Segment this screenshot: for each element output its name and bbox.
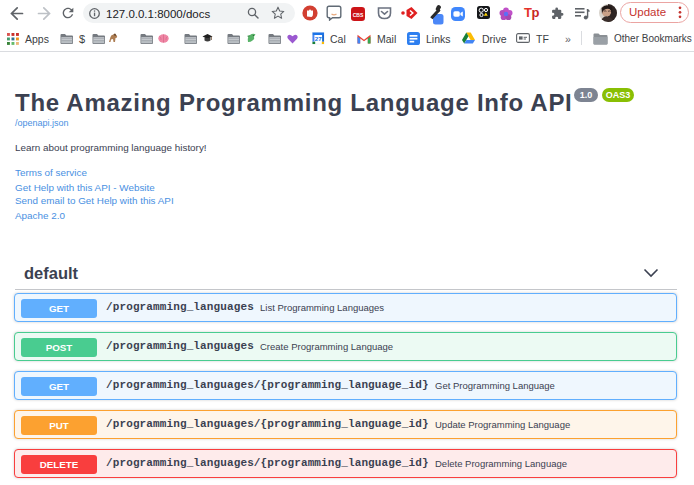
svg-text:27: 27 (315, 35, 322, 42)
svg-text:CBS: CBS (353, 11, 364, 17)
